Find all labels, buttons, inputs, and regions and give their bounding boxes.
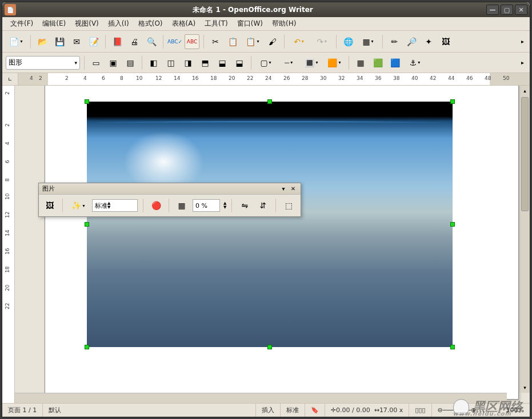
vertical-scrollbar[interactable]: ▴ ▾ <box>519 86 530 393</box>
resize-handle-mr[interactable] <box>450 222 455 227</box>
menu-insert[interactable]: 插入(I) <box>103 18 134 30</box>
resize-handle-tl[interactable] <box>85 99 89 104</box>
format-paintbrush-button[interactable]: 🖌 <box>265 34 280 49</box>
resize-handle-bl[interactable] <box>85 345 89 349</box>
mail-button[interactable]: ✉ <box>69 34 84 49</box>
document-canvas[interactable]: 图片 ▾ ✕ 🖼 ✨ 标准 ▲▼ 🔴 ▦ <box>15 86 530 403</box>
titlebar: 📄 未命名 1 - OpenOffice.org Writer — ▢ ✕ <box>2 2 530 17</box>
flip-v-button[interactable]: ⇵ <box>255 198 270 213</box>
picture-toolbar-window[interactable]: 图片 ▾ ✕ 🖼 ✨ 标准 ▲▼ 🔴 ▦ <box>38 183 301 217</box>
open-button[interactable]: 📂 <box>35 34 50 49</box>
wrap-on-button[interactable]: ▣ <box>106 55 121 70</box>
frame-properties-button[interactable]: ▦ <box>353 55 368 70</box>
picture-toolbar-title: 图片 <box>42 184 55 193</box>
status-style[interactable]: 默认 <box>43 404 256 417</box>
export-pdf-button[interactable]: 📕 <box>110 34 125 49</box>
scroll-thumb[interactable] <box>521 97 529 211</box>
workarea: 2 2 4 6 8 10 12 14 16 18 20 22 <box>2 86 530 403</box>
menu-window[interactable]: 窗口(W) <box>233 18 267 30</box>
align-top-button[interactable]: ⬒ <box>198 55 213 70</box>
copy-button[interactable]: 📋 <box>225 34 240 49</box>
insert-picture-button[interactable]: 🖼 <box>42 198 57 213</box>
wrap-through-button[interactable]: ▤ <box>123 55 138 70</box>
resize-handle-bm[interactable] <box>267 345 272 349</box>
selected-image[interactable] <box>87 102 453 347</box>
wrap-off-button[interactable]: ▭ <box>89 55 103 70</box>
show-draw-button[interactable]: ✏ <box>387 34 402 49</box>
status-view-layout[interactable]: ▯▯▯ <box>409 404 431 417</box>
close-button[interactable]: ✕ <box>515 5 527 15</box>
filter-button[interactable]: ✨ <box>68 198 89 213</box>
insert-table-button[interactable]: ▦ <box>358 34 378 49</box>
resize-handle-ml[interactable] <box>85 222 89 227</box>
format-toolbar: 图形 ▾ ▭ ▣ ▤ ◧ ◫ ◨ ⬒ ⬓ ⬓ ▢ ┈ 🔳 🟧 ▦ 🟩 🟦 ⚓ ▸ <box>2 53 530 73</box>
borders-button[interactable]: ▢ <box>255 55 276 70</box>
new-doc-button[interactable]: 📄 <box>6 34 26 49</box>
status-signature-icon[interactable]: 🔖 <box>305 404 325 417</box>
resize-handle-tr[interactable] <box>450 99 455 104</box>
color-button[interactable]: 🔴 <box>149 198 163 213</box>
combo-spin-icon: ▲▼ <box>107 202 110 210</box>
transparency-spinner[interactable]: 0 % <box>193 199 220 212</box>
status-page[interactable]: 页面 1 / 1 <box>2 404 43 417</box>
save-button[interactable]: 💾 <box>52 34 67 49</box>
resize-handle-tm[interactable] <box>267 99 272 104</box>
hyperlink-button[interactable]: 🌐 <box>341 34 355 49</box>
standard-toolbar: 📄 📂 💾 ✉ 📝 📕 🖨 🔍 ABC✓ ABC ✂ 📋 📋 🖌 ↶ ↷ 🌐 ▦… <box>2 31 530 53</box>
print-preview-button[interactable]: 🔍 <box>144 34 159 49</box>
paste-button[interactable]: 📋 <box>242 34 263 49</box>
background-color-button[interactable]: 🟧 <box>324 55 345 70</box>
horizontal-scrollbar[interactable] <box>15 393 507 403</box>
status-insert-mode[interactable]: 插入 <box>256 404 281 417</box>
frame-props-button[interactable]: ⬚ <box>281 198 296 213</box>
navigator-button[interactable]: ✦ <box>421 34 436 49</box>
flip-h-button[interactable]: ⇋ <box>237 198 252 213</box>
vertical-ruler[interactable]: 2 2 4 6 8 10 12 14 16 18 20 22 <box>2 86 15 403</box>
redo-button[interactable]: ↷ <box>311 34 332 49</box>
spellcheck-button[interactable]: ABC✓ <box>167 34 182 49</box>
window-title: 未命名 1 - OpenOffice.org Writer <box>19 5 486 15</box>
gallery-button[interactable]: 🖼 <box>438 34 453 49</box>
ruler-corner: ∟ <box>2 73 18 85</box>
toolbar-overflow-icon[interactable]: ▸ <box>521 38 526 45</box>
menu-help[interactable]: 帮助(H) <box>267 18 301 30</box>
anchor-button[interactable]: ⚓ <box>405 55 425 70</box>
align-center-h-button[interactable]: ◫ <box>163 55 178 70</box>
menubar: 文件(F) 编辑(E) 视图(V) 插入(I) 格式(O) 表格(A) 工具(T… <box>2 17 530 31</box>
send-back-button[interactable]: 🟦 <box>387 55 402 70</box>
earth-image <box>87 102 453 347</box>
align-right-button[interactable]: ◨ <box>181 55 195 70</box>
bring-front-button[interactable]: 🟩 <box>370 55 385 70</box>
scroll-down-icon[interactable]: ▾ <box>520 382 530 393</box>
picture-toolbar-titlebar[interactable]: 图片 ▾ ✕ <box>39 183 301 195</box>
style-combo[interactable]: 图形 ▾ <box>6 56 80 70</box>
toolbar-overflow-icon[interactable]: ▸ <box>521 59 526 66</box>
align-bottom-button[interactable]: ⬓ <box>232 55 247 70</box>
menu-tools[interactable]: 工具(T) <box>200 18 233 30</box>
border-style-button[interactable]: ┈ <box>278 55 299 70</box>
align-left-button[interactable]: ◧ <box>146 55 161 70</box>
horizontal-ruler[interactable]: ∟ 4 2 2 4 6 8 10 12 14 16 18 20 22 24 26… <box>2 73 530 86</box>
print-button[interactable]: 🖨 <box>127 34 142 49</box>
picture-toolbar-dropdown-icon[interactable]: ▾ <box>279 185 287 193</box>
minimize-button[interactable]: — <box>486 5 499 15</box>
cut-button[interactable]: ✂ <box>208 34 223 49</box>
scroll-up-icon[interactable]: ▴ <box>520 86 530 96</box>
resize-handle-br[interactable] <box>450 345 455 349</box>
menu-table[interactable]: 表格(A) <box>167 18 201 30</box>
status-selection-mode[interactable]: 标准 <box>281 404 305 417</box>
border-color-button[interactable]: 🔳 <box>301 55 322 70</box>
menu-file[interactable]: 文件(F) <box>6 18 38 30</box>
undo-button[interactable]: ↶ <box>289 34 309 49</box>
menu-view[interactable]: 视图(V) <box>70 18 103 30</box>
maximize-button[interactable]: ▢ <box>501 5 513 15</box>
menu-format[interactable]: 格式(O) <box>134 18 167 30</box>
align-center-v-button[interactable]: ⬓ <box>215 55 230 70</box>
transparency-spin-icon[interactable]: ▲▼ <box>223 202 226 210</box>
menu-edit[interactable]: 编辑(E) <box>38 18 70 30</box>
find-replace-button[interactable]: 🔎 <box>404 34 419 49</box>
picture-toolbar-close-icon[interactable]: ✕ <box>289 185 297 193</box>
graphics-mode-combo[interactable]: 标准 ▲▼ <box>92 199 138 212</box>
edit-file-button[interactable]: 📝 <box>86 34 101 49</box>
autospell-button[interactable]: ABC <box>185 34 199 49</box>
